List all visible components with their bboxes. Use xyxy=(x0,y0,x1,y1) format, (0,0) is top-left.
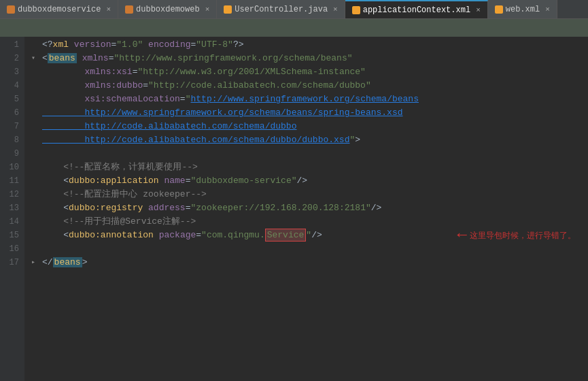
tab-icon-applicationcontext xyxy=(352,6,360,14)
code-content-2: <beans xmlns="http://www.springframework… xyxy=(42,52,353,65)
tab-label-usercontroller: UserController.java xyxy=(235,5,328,14)
code-content-12: <!--配置注册中心 zookeeper--> xyxy=(42,188,207,201)
editor: 1234567891011121314151617 <?xml version=… xyxy=(0,37,588,381)
line-num-2: 2 xyxy=(0,52,19,65)
tab-label-dubboxdemoservice: dubboxdemoservice xyxy=(18,5,101,14)
tab-close-dubboxdemoservice[interactable]: × xyxy=(106,5,111,14)
code-line-9 xyxy=(31,147,581,161)
line-num-7: 7 xyxy=(0,120,19,133)
fold-gutter-2: ▾ xyxy=(31,52,42,65)
tab-icon-dubboxdemoservice xyxy=(7,5,15,14)
tab-dubboxdemoweb[interactable]: dubboxdemoweb× xyxy=(118,0,217,18)
code-line-15: <dubbo:annotation package="com.qingmu.Se… xyxy=(31,229,581,242)
code-line-2: ▾<beans xmlns="http://www.springframewor… xyxy=(31,52,581,65)
tab-close-applicationcontext[interactable]: × xyxy=(476,6,481,14)
line-num-8: 8 xyxy=(0,133,19,147)
code-line-17: ▸</beans> xyxy=(31,256,581,269)
tab-close-dubboxdemoweb[interactable]: × xyxy=(205,5,210,14)
line-num-15: 15 xyxy=(0,229,19,242)
tab-applicationcontext[interactable]: applicationContext.xml× xyxy=(345,0,488,18)
line-num-10: 10 xyxy=(0,161,19,174)
code-content-8: http://code.alibabatech.com/schema/dubbo… xyxy=(42,133,360,147)
line-num-17: 17 xyxy=(0,256,19,269)
line-num-5: 5 xyxy=(0,93,19,106)
code-content-1: <?xml version="1.0" encoding="UTF-8"?> xyxy=(42,38,244,52)
code-content-4: xmlns:dubbo="http://code.alibabatech.com… xyxy=(42,79,371,93)
line-num-9: 9 xyxy=(0,147,19,161)
line-num-3: 3 xyxy=(0,65,19,79)
tab-icon-dubboxdemoweb xyxy=(125,5,133,14)
line-num-1: 1 xyxy=(0,38,19,52)
code-line-6: http://www.springframework.org/schema/be… xyxy=(31,106,581,120)
code-content-15: <dubbo:annotation package="com.qingmu.Se… xyxy=(42,229,322,242)
tab-label-applicationcontext: applicationContext.xml xyxy=(363,5,470,15)
code-content-11: <dubbo:application name="dubboxdemo-serv… xyxy=(42,174,307,188)
service-highlight: Service xyxy=(265,229,307,242)
code-line-10: <!--配置名称，计算机要使用--> xyxy=(31,161,581,174)
code-line-3: xmlns:xsi="http://www.w3.org/2001/XMLSch… xyxy=(31,65,581,79)
code-line-12: <!--配置注册中心 zookeeper--> xyxy=(31,188,581,201)
tab-usercontroller[interactable]: UserController.java× xyxy=(217,0,345,18)
line-num-12: 12 xyxy=(0,188,19,201)
code-content-10: <!--配置名称，计算机要使用--> xyxy=(42,161,198,174)
tab-label-dubboxdemoweb: dubboxdemoweb xyxy=(136,5,200,14)
annotation: ←这里导包时候，进行导错了。 xyxy=(457,229,576,242)
line-numbers: 1234567891011121314151617 xyxy=(0,37,24,381)
code-content-17: </beans> xyxy=(42,256,87,269)
code-content-14: <!--用于扫描@Service注解--> xyxy=(42,215,196,229)
annotation-text: 这里导包时候，进行导错了。 xyxy=(470,229,576,242)
code-content-6: http://www.springframework.org/schema/be… xyxy=(42,106,403,120)
annotation-arrow: ← xyxy=(457,229,467,242)
tab-webxml[interactable]: web.xml× xyxy=(488,0,557,18)
tab-dubboxdemoservice[interactable]: dubboxdemoservice× xyxy=(0,0,118,18)
code-line-8: http://code.alibabatech.com/schema/dubbo… xyxy=(31,133,581,147)
code-line-14: <!--用于扫描@Service注解--> xyxy=(31,215,581,229)
code-line-16 xyxy=(31,242,581,256)
tab-close-webxml[interactable]: × xyxy=(545,5,550,14)
code-content-13: <dubbo:registry address="zookeeper://192… xyxy=(42,201,381,215)
code-line-4: xmlns:dubbo="http://code.alibabatech.com… xyxy=(31,79,581,93)
tab-bar: dubboxdemoservice×dubboxdemoweb×UserCont… xyxy=(0,0,588,19)
tab-icon-usercontroller xyxy=(224,5,232,14)
line-num-14: 14 xyxy=(0,215,19,229)
code-area[interactable]: <?xml version="1.0" encoding="UTF-8"?>▾<… xyxy=(24,37,588,381)
tab-icon-webxml xyxy=(495,5,503,14)
code-line-11: <dubbo:application name="dubboxdemo-serv… xyxy=(31,174,581,188)
tab-label-webxml: web.xml xyxy=(506,5,540,14)
code-content-5: xsi:schemaLocation="http://www.springfra… xyxy=(42,93,419,106)
code-line-7: http://code.alibabatech.com/schema/dubbo xyxy=(31,120,581,133)
code-line-1: <?xml version="1.0" encoding="UTF-8"?> xyxy=(31,38,581,52)
code-line-5: xsi:schemaLocation="http://www.springfra… xyxy=(31,93,581,106)
fold-gutter-17: ▸ xyxy=(31,256,42,269)
line-num-13: 13 xyxy=(0,201,19,215)
code-content-7: http://code.alibabatech.com/schema/dubbo xyxy=(42,120,296,133)
code-line-13: <dubbo:registry address="zookeeper://192… xyxy=(31,201,581,215)
line-num-11: 11 xyxy=(0,174,19,188)
line-num-4: 4 xyxy=(0,79,19,93)
warning-bar xyxy=(0,19,588,37)
line-num-6: 6 xyxy=(0,106,19,120)
tab-close-usercontroller[interactable]: × xyxy=(333,5,338,14)
code-content-3: xmlns:xsi="http://www.w3.org/2001/XMLSch… xyxy=(42,65,366,79)
line-num-16: 16 xyxy=(0,242,19,256)
